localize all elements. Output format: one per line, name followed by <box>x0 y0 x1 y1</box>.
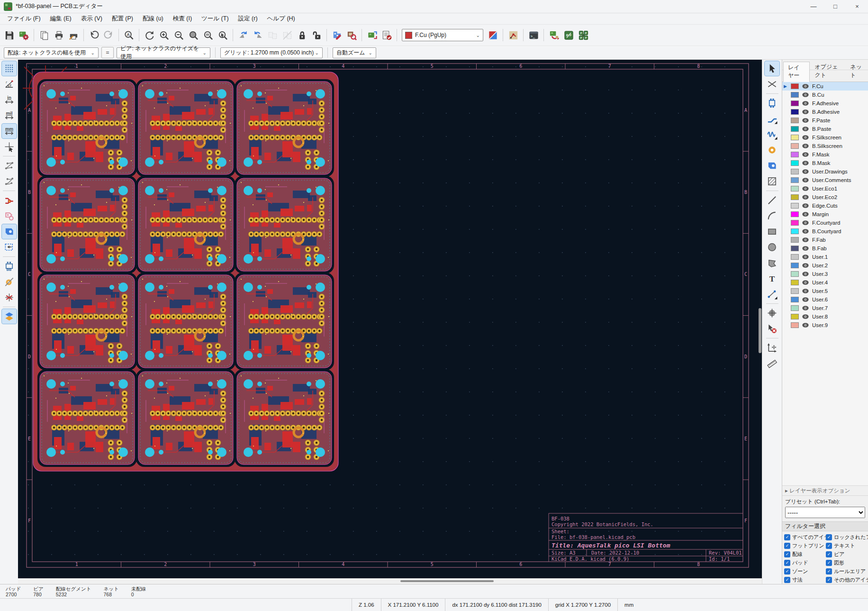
layers-manager-button[interactable] <box>2 309 17 324</box>
layer-row-B.Adhesive[interactable]: B.Adhesive <box>782 108 868 116</box>
visibility-eye-icon[interactable] <box>802 142 809 150</box>
filter-checkbox-図形[interactable]: ✓図形 <box>826 559 868 567</box>
visibility-eye-icon[interactable] <box>802 287 809 295</box>
tab-オブジェクト[interactable]: オブジェクト <box>810 61 845 82</box>
board-setup-button[interactable] <box>17 28 31 42</box>
rule-area-button[interactable] <box>765 174 779 189</box>
filter-checkbox-ゾーン[interactable]: ✓ゾーン <box>784 567 826 575</box>
layer-color-swatch[interactable] <box>791 203 799 209</box>
polygon-button[interactable] <box>765 255 779 270</box>
layer-color-swatch[interactable] <box>791 305 799 311</box>
layer-color-swatch[interactable] <box>791 297 799 302</box>
zone-outline-button[interactable] <box>2 240 17 255</box>
tab-ネット[interactable]: ネット <box>845 61 868 82</box>
layer-row-Edge.Cuts[interactable]: Edge.Cuts <box>782 201 868 210</box>
footprint-browser-button[interactable] <box>344 28 359 42</box>
visibility-eye-icon[interactable] <box>802 82 809 90</box>
visibility-eye-icon[interactable] <box>802 279 809 286</box>
layer-color-swatch[interactable] <box>791 220 799 226</box>
layer-row-User.2[interactable]: User.2 <box>782 261 868 270</box>
visibility-eye-icon[interactable] <box>802 210 809 218</box>
zoom-in-button[interactable] <box>157 28 171 42</box>
plot-button[interactable] <box>66 28 81 42</box>
layer-row-User.6[interactable]: User.6 <box>782 295 868 304</box>
tab-レイヤー[interactable]: レイヤー <box>783 62 810 82</box>
layer-color-swatch[interactable] <box>791 314 799 319</box>
rotate-ccw-button[interactable] <box>236 28 250 42</box>
pcb-canvas[interactable]: 1122334455667788AABBCCDDEEFFBF-038Copyri… <box>18 60 762 584</box>
local-ratsnest-button[interactable] <box>765 77 779 91</box>
visibility-eye-icon[interactable] <box>802 236 809 244</box>
visibility-eye-icon[interactable] <box>802 134 809 141</box>
search-button[interactable]: A <box>122 28 136 42</box>
layer-selector-dropdown[interactable]: F.Cu (PgUp) ⌄ <box>402 29 483 41</box>
print-button[interactable] <box>52 28 66 42</box>
zone-fill-button[interactable] <box>2 224 17 239</box>
layer-color-swatch[interactable] <box>791 322 799 328</box>
delete-button[interactable] <box>765 321 779 336</box>
layer-color-swatch[interactable] <box>791 109 799 115</box>
layer-row-B.Cu[interactable]: B.Cu <box>782 91 868 99</box>
layer-row-B.Courtyard[interactable]: B.Courtyard <box>782 227 868 236</box>
layer-row-User.Eco1[interactable]: User.Eco1 <box>782 184 868 193</box>
horizontal-scrollbar[interactable] <box>18 578 762 584</box>
add-footprint-button[interactable] <box>765 96 779 110</box>
layer-row-B.Paste[interactable]: B.Paste <box>782 125 868 133</box>
lock-button[interactable] <box>295 28 309 42</box>
layer-row-User.1[interactable]: User.1 <box>782 253 868 261</box>
units-mil-button[interactable]: mil <box>2 108 17 123</box>
filter-checkbox-配線[interactable]: ✓配線 <box>784 550 826 558</box>
layer-color-swatch[interactable] <box>791 263 799 268</box>
layer-color-swatch[interactable] <box>791 135 799 140</box>
track-via-size-link-button[interactable]: = <box>101 47 114 58</box>
tracks-mode-button[interactable] <box>2 193 17 208</box>
select-button[interactable] <box>765 61 779 76</box>
minimize-button[interactable]: — <box>803 0 824 13</box>
visibility-eye-icon[interactable] <box>802 125 809 133</box>
target-button[interactable] <box>765 306 779 320</box>
layer-row-B.Mask[interactable]: B.Mask <box>782 159 868 167</box>
fp-sketch-button[interactable] <box>2 259 17 274</box>
menu-item-8[interactable]: ヘルプ (H) <box>263 14 299 24</box>
units-mm-button[interactable]: mm <box>2 124 17 138</box>
layer-color-swatch[interactable] <box>791 186 799 192</box>
layer-row-User.7[interactable]: User.7 <box>782 304 868 312</box>
visibility-eye-icon[interactable] <box>802 159 809 167</box>
vias-mode-button[interactable] <box>2 209 17 223</box>
layer-color-swatch[interactable] <box>791 246 799 251</box>
layer-color-swatch[interactable] <box>791 92 799 98</box>
layer-row-F.Adhesive[interactable]: F.Adhesive <box>782 99 868 108</box>
visibility-eye-icon[interactable] <box>802 117 809 124</box>
highlight-net-button[interactable] <box>506 28 520 42</box>
visibility-eye-icon[interactable] <box>802 168 809 175</box>
layer-color-swatch[interactable] <box>791 177 799 183</box>
cursor-cross-button[interactable] <box>2 139 17 154</box>
rotate-cw-button[interactable] <box>251 28 265 42</box>
visibility-eye-icon[interactable] <box>802 202 809 210</box>
measure-button[interactable] <box>765 356 779 371</box>
visibility-eye-icon[interactable] <box>802 253 809 261</box>
layer-row-Margin[interactable]: Margin <box>782 210 868 219</box>
maximize-button[interactable]: □ <box>824 0 846 13</box>
visibility-eye-icon[interactable] <box>802 193 809 201</box>
visibility-eye-icon[interactable] <box>802 296 809 303</box>
layer-row-User.Comments[interactable]: User.Comments <box>782 176 868 184</box>
layer-color-swatch[interactable] <box>791 169 799 174</box>
tune-button[interactable] <box>765 127 779 142</box>
layer-row-User.Drawings[interactable]: User.Drawings <box>782 167 868 176</box>
layer-display-options[interactable]: ▸ レイヤー表示オプション <box>782 485 868 496</box>
visibility-eye-icon[interactable] <box>802 219 809 227</box>
footprint-editor-button[interactable] <box>330 28 344 42</box>
zone-button[interactable] <box>765 158 779 173</box>
zoom-out-button[interactable] <box>172 28 186 42</box>
visibility-eye-icon[interactable] <box>802 245 809 252</box>
layer-row-User.5[interactable]: User.5 <box>782 287 868 295</box>
visibility-eye-icon[interactable] <box>802 151 809 158</box>
layer-color-swatch[interactable] <box>791 280 799 285</box>
graphic-sketch-button[interactable] <box>2 290 17 305</box>
layer-color-swatch[interactable] <box>791 83 799 89</box>
pcb-drawing[interactable]: 1122334455667788AABBCCDDEEFFBF-038Copyri… <box>18 60 762 578</box>
filter-checkbox-その他のアイテム[interactable]: ✓その他のアイテム <box>826 576 868 584</box>
layer-row-User.9[interactable]: User.9 <box>782 321 868 329</box>
circle-button[interactable] <box>765 240 779 255</box>
